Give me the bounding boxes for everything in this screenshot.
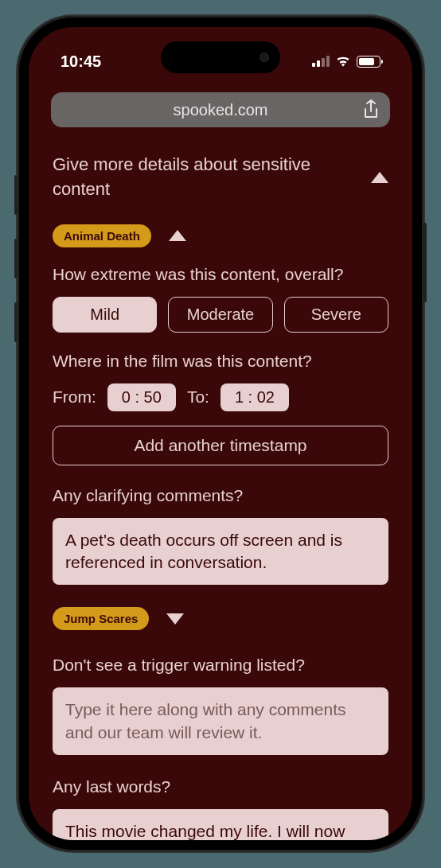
add-timestamp-button[interactable]: Add another timestamp — [53, 426, 388, 465]
location-question: Where in the film was this content? — [53, 352, 388, 371]
signal-icon — [312, 56, 330, 67]
severity-moderate-button[interactable]: Moderate — [168, 297, 272, 333]
url-text: spooked.com — [174, 101, 268, 119]
collapse-icon — [371, 172, 388, 183]
category-tag-jump-scares: Jump Scares — [53, 607, 149, 630]
from-time-input[interactable]: 0 : 50 — [107, 383, 176, 411]
wifi-icon — [336, 56, 350, 67]
screen: 10:45 spooked.com — [29, 27, 412, 840]
comments-textarea[interactable]: A pet's death occurs off screen and is r… — [53, 518, 388, 586]
dynamic-island — [161, 41, 280, 73]
battery-icon — [357, 56, 381, 68]
timestamp-row: From: 0 : 50 To: 1 : 02 — [53, 383, 388, 411]
last-words-question: Any last words? — [53, 777, 388, 796]
share-button[interactable] — [360, 99, 382, 121]
severity-severe-button[interactable]: Severe — [284, 297, 388, 333]
page-content: Give more details about sensitive conten… — [29, 137, 412, 840]
severity-question: How extreme was this content, overall? — [53, 265, 388, 284]
expand-icon — [166, 613, 184, 625]
category-tag-animal-death: Animal Death — [53, 224, 151, 247]
section-title: Give more details about sensitive conten… — [53, 153, 338, 202]
comments-question: Any clarifying comments? — [53, 486, 388, 505]
url-bar[interactable]: spooked.com — [51, 92, 390, 127]
last-words-textarea[interactable]: This movie changed my life. I will now s… — [53, 809, 388, 840]
camera-dot — [260, 53, 269, 62]
from-label: From: — [53, 387, 96, 407]
sensitive-content-header[interactable]: Give more details about sensitive conten… — [53, 153, 388, 202]
custom-trigger-textarea[interactable]: Type it here along with any comments and… — [53, 687, 388, 755]
phone-frame: 10:45 spooked.com — [18, 16, 423, 851]
status-time: 10:45 — [60, 53, 101, 71]
custom-trigger-question: Don't see a trigger warning listed? — [53, 656, 388, 675]
status-icons — [312, 56, 381, 68]
to-time-input[interactable]: 1 : 02 — [220, 383, 289, 411]
severity-options: Mild Moderate Severe — [53, 297, 388, 333]
category-jump-scares-header[interactable]: Jump Scares — [53, 607, 388, 630]
collapse-icon — [169, 230, 186, 241]
severity-mild-button[interactable]: Mild — [53, 297, 157, 333]
category-animal-death-header[interactable]: Animal Death — [53, 224, 388, 247]
to-label: To: — [187, 387, 209, 407]
